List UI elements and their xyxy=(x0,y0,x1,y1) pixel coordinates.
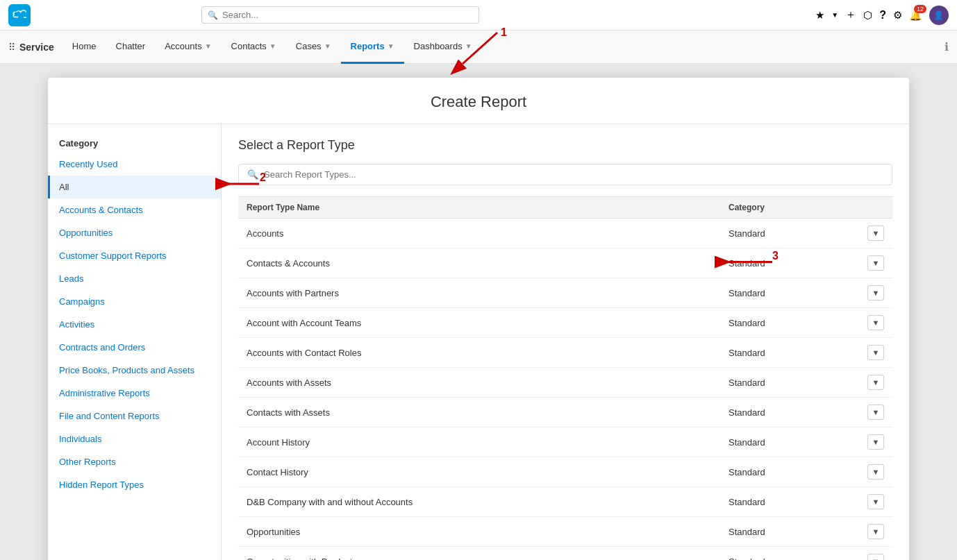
report-type-action-cell: ▼ xyxy=(859,547,892,561)
nav-cases[interactable]: Cases ▼ xyxy=(286,31,341,64)
table-row[interactable]: Account HistoryStandard▼ xyxy=(238,427,892,457)
app-launcher-icon[interactable]: ⬡ xyxy=(863,9,872,22)
nav-accounts[interactable]: Accounts ▼ xyxy=(155,31,221,64)
report-type-dropdown-button[interactable]: ▼ xyxy=(867,554,884,560)
table-row[interactable]: Accounts with Contact RolesStandard▼ xyxy=(238,338,892,368)
nav-dashboards[interactable]: Dashboards ▼ xyxy=(404,31,482,64)
sidebar-item-accounts-contacts[interactable]: Accounts & Contacts xyxy=(48,198,221,221)
report-type-dropdown-button[interactable]: ▼ xyxy=(867,434,884,450)
top-bar-actions: ★ ▼ ＋ ⬡ ? ⚙ 🔔 12 👤 xyxy=(815,6,949,25)
help-icon[interactable]: ? xyxy=(879,9,886,22)
col-header-category: Category xyxy=(720,197,859,219)
nav-home-label: Home xyxy=(72,41,97,51)
sidebar-item-individuals[interactable]: Individuals xyxy=(48,427,221,450)
report-type-action-cell: ▼ xyxy=(859,398,892,427)
nav-chatter-label: Chatter xyxy=(116,41,146,51)
nav-home[interactable]: Home xyxy=(63,31,106,64)
table-row[interactable]: Contact HistoryStandard▼ xyxy=(238,457,892,487)
table-row[interactable]: OpportunitiesStandard▼ xyxy=(238,517,892,547)
report-type-name: Opportunities with Products xyxy=(238,547,720,561)
report-type-name: Accounts with Assets xyxy=(238,368,720,398)
favorites-dropdown-icon[interactable]: ▼ xyxy=(831,11,838,19)
report-type-category: Standard xyxy=(720,278,859,308)
report-type-search-box[interactable]: 🔍 xyxy=(238,164,892,185)
report-type-dropdown-button[interactable]: ▼ xyxy=(867,524,884,539)
sidebar-item-file-content[interactable]: File and Content Reports xyxy=(48,405,221,427)
sidebar-item-hidden-types[interactable]: Hidden Report Types xyxy=(48,473,221,496)
sidebar-item-opportunities[interactable]: Opportunities xyxy=(48,221,221,244)
nav-contacts[interactable]: Contacts ▼ xyxy=(222,31,286,64)
table-row[interactable]: Contacts with AssetsStandard▼ xyxy=(238,398,892,427)
sidebar-item-admin-reports[interactable]: Administrative Reports xyxy=(48,382,221,405)
report-type-dropdown-button[interactable]: ▼ xyxy=(867,315,884,330)
report-type-action-cell: ▼ xyxy=(859,427,892,457)
sidebar-item-price-books[interactable]: Price Books, Products and Assets xyxy=(48,359,221,382)
nav-reports[interactable]: Reports ▼ xyxy=(341,31,404,64)
report-type-category: Standard xyxy=(720,368,859,398)
report-type-category: Standard xyxy=(720,308,859,338)
category-header: Category xyxy=(48,133,221,153)
table-row[interactable]: Account with Account TeamsStandard▼ xyxy=(238,308,892,338)
report-type-dropdown-button[interactable]: ▼ xyxy=(867,345,884,360)
search-input[interactable] xyxy=(222,10,473,20)
nav-contacts-label: Contacts xyxy=(231,41,267,51)
notifications-icon[interactable]: 🔔 12 xyxy=(909,9,922,22)
top-bar: 🔍 ★ ▼ ＋ ⬡ ? ⚙ 🔔 12 👤 xyxy=(0,0,957,31)
table-row[interactable]: Opportunities with ProductsStandard▼ xyxy=(238,547,892,561)
table-row[interactable]: Contacts & Accounts 3 Standard▼ xyxy=(238,248,892,278)
nav-reports-label: Reports xyxy=(351,41,385,51)
nav-chatter[interactable]: Chatter xyxy=(106,31,156,64)
sidebar-item-activities[interactable]: Activities xyxy=(48,313,221,336)
avatar[interactable]: 👤 xyxy=(929,6,949,25)
search-icon: 🔍 xyxy=(208,10,218,20)
sidebar-item-contracts[interactable]: Contracts and Orders xyxy=(48,336,221,359)
app-switcher[interactable]: ⠿ Service xyxy=(8,42,54,53)
report-type-name: Contact History xyxy=(238,457,720,487)
report-type-dropdown-button[interactable]: ▼ xyxy=(867,255,884,271)
report-type-table: Report Type Name Category AccountsStanda… xyxy=(238,196,892,560)
nav-dashboards-label: Dashboards xyxy=(414,41,463,51)
report-type-dropdown-button[interactable]: ▼ xyxy=(867,375,884,390)
report-type-search-input[interactable] xyxy=(264,169,883,180)
report-type-dropdown-button[interactable]: ▼ xyxy=(867,226,884,241)
sidebar-item-customer-support[interactable]: Customer Support Reports xyxy=(48,244,221,267)
report-type-name: Accounts with Contact Roles xyxy=(238,338,720,368)
nav-info[interactable]: ℹ xyxy=(944,40,957,53)
nav-bar: ⠿ Service Home Chatter Accounts ▼ Contac… xyxy=(0,31,957,64)
table-row[interactable]: Accounts with PartnersStandard▼ xyxy=(238,278,892,308)
favorites-icon[interactable]: ★ xyxy=(815,9,824,22)
report-type-name: Contacts with Assets xyxy=(238,398,720,427)
table-row[interactable]: AccountsStandard▼ xyxy=(238,219,892,248)
setup-icon[interactable]: ⚙ xyxy=(893,9,902,22)
global-search[interactable]: 🔍 xyxy=(201,6,479,24)
accounts-chevron-icon: ▼ xyxy=(205,42,212,50)
report-type-dropdown-button[interactable]: ▼ xyxy=(867,285,884,300)
sidebar-item-other-reports[interactable]: Other Reports xyxy=(48,450,221,473)
sidebar-item-recently-used[interactable]: Recently Used xyxy=(48,153,221,176)
report-type-dropdown-button[interactable]: ▼ xyxy=(867,405,884,420)
search-icon-small: 🔍 xyxy=(247,169,258,180)
sidebar-item-campaigns[interactable]: Campaigns xyxy=(48,290,221,313)
report-type-dropdown-button[interactable]: ▼ xyxy=(867,494,884,509)
report-type-action-cell: ▼ xyxy=(859,487,892,517)
report-type-name: D&B Company with and without Accounts xyxy=(238,487,720,517)
report-type-category: Standard xyxy=(720,517,859,547)
info-icon: ℹ xyxy=(944,41,949,53)
notification-count: 12 xyxy=(914,5,926,13)
add-icon[interactable]: ＋ xyxy=(845,8,856,22)
report-type-action-cell: ▼ xyxy=(859,457,892,487)
category-sidebar: Category Recently Used All xyxy=(48,124,222,560)
sidebar-item-leads[interactable]: Leads xyxy=(48,267,221,290)
salesforce-logo xyxy=(8,4,31,26)
sidebar-item-all[interactable]: All 2 xyxy=(48,176,221,198)
report-type-action-cell: ▼ xyxy=(859,308,892,338)
report-type-content: Select a Report Type 🔍 Report Type Name … xyxy=(222,124,909,560)
report-type-name: Accounts xyxy=(238,219,720,248)
report-type-dropdown-button[interactable]: ▼ xyxy=(867,464,884,480)
report-type-category: Standard xyxy=(720,547,859,561)
create-report-modal: Create Report Category Recently Used All xyxy=(48,78,909,560)
nav-accounts-label: Accounts xyxy=(165,41,201,51)
report-type-name: Account with Account Teams xyxy=(238,308,720,338)
table-row[interactable]: D&B Company with and without AccountsSta… xyxy=(238,487,892,517)
table-row[interactable]: Accounts with AssetsStandard▼ xyxy=(238,368,892,398)
